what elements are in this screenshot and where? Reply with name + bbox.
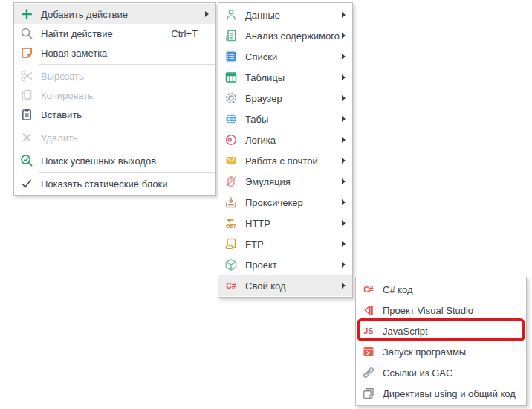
menu-item-content-analysis[interactable]: Анализ содержимого [218,25,352,46]
menu-item-label: Свой код [245,280,286,292]
menu-item-label: Браузер [245,93,282,104]
submenu-arrow-icon [205,11,209,17]
menu-item-proxychecker[interactable]: Проксичекер [218,192,352,213]
person-icon [224,8,239,22]
menu-item-custom-code[interactable]: C# Свой код [218,275,352,296]
menu-item-show-static-blocks[interactable]: Показать статические блоки [14,174,215,193]
note-icon [19,46,34,59]
menu-item-label: Проксичекер [245,197,303,208]
menu-item-http[interactable]: GET HTTP [218,213,352,234]
menu-item-mail[interactable]: Работа с почтой [218,150,352,171]
menu-item-add-action[interactable]: Добавить действие [14,4,215,24]
menu-item-label: Новая заметка [41,48,107,59]
submenu-arrow-icon [342,116,346,122]
list-icon [224,50,239,63]
paste-icon [19,108,34,121]
menu-item-using-directives[interactable]: Директивы using и общий код [356,383,526,404]
menu-item-label: Вставить [41,109,82,120]
menu-item-label: Найти действие [41,28,113,39]
menu-item-new-note[interactable]: Новая заметка [14,43,215,62]
menu-item-label: FTP [245,239,264,250]
menu-item-label: Данные [245,10,280,21]
menu-item-label: Запуск программы [383,347,466,358]
svg-text:C#: C# [363,285,374,294]
submenu-arrow-icon [342,74,346,80]
submenu-arrow-icon [342,178,346,184]
csharp-icon: C# [224,279,239,292]
submenu-arrow-icon [342,12,346,18]
menu-item-ftp[interactable]: FTP [218,234,352,254]
menu-item-csharp-code[interactable]: C# C# код [356,279,526,300]
menu-item-label: Анализ содержимого [245,30,340,42]
scissors-icon [19,69,34,83]
submenu-arrow-icon [342,220,346,226]
menu-item-label: JavaScript [383,326,428,337]
menu-item-tables[interactable]: Таблицы [218,67,352,88]
submenu-arrow-icon [342,33,346,39]
menu-item-label: Работа с почтой [245,155,318,167]
menu-item-label: Логика [245,135,276,146]
menu-item-label: Таблицы [245,72,285,83]
menu-item-delete[interactable]: Удалить [14,128,215,147]
svg-text:C#: C# [226,281,236,290]
menu-item-label: Проект Visual Studio [383,305,473,316]
menu-item-find-action[interactable]: Найти действие Ctrl+T [14,24,215,43]
link-icon [361,366,376,379]
logic-icon [224,133,239,146]
menu-item-run-program[interactable]: Запуск программы [356,341,526,362]
submenu-arrow-icon [342,54,346,59]
cube-icon [224,258,239,271]
checkmark-icon [19,177,34,190]
svg-text:JS: JS [364,326,374,335]
menu-separator [39,126,215,126]
menu-item-project[interactable]: Проект [218,254,352,275]
menu-item-emulation[interactable]: Эмуляция [218,171,352,192]
gear-icon [224,91,239,105]
content-analysis-icon [224,29,239,42]
menu-item-label: Проект [245,260,277,271]
menu-item-label: Удалить [41,132,78,144]
plus-icon [19,7,34,21]
svg-text:GET: GET [226,223,237,228]
search-success-icon [19,154,34,167]
proxychecker-icon [224,196,239,209]
submenu-arrow-icon [342,283,346,289]
menu-item-gac-references[interactable]: Ссылки из GAC [356,362,526,383]
menu-separator [39,149,215,149]
run-program-icon [361,345,376,358]
menu-separator [39,64,215,65]
menu-item-label: Поиск успешных выходов [41,155,156,167]
http-get-icon: GET [224,216,239,230]
js-icon: JS [361,324,376,338]
add-action-submenu: Данные Анализ содержимого Списки Таблицы… [218,2,353,298]
globe-icon [224,112,239,126]
table-icon [224,71,239,84]
menu-item-browser[interactable]: Браузер [218,88,352,109]
menu-item-cut[interactable]: Вырезать [14,66,215,86]
visual-studio-icon [361,303,376,317]
copy-icon [19,88,34,102]
context-menu: Добавить действие Найти действие Ctrl+T … [13,2,216,196]
submenu-arrow-icon [342,158,346,164]
submenu-arrow-icon [342,199,346,205]
menu-item-tabs[interactable]: Табы [218,109,352,129]
menu-item-label: Вырезать [41,71,84,82]
menu-item-copy[interactable]: Копировать [14,86,215,105]
submenu-arrow-icon [342,137,346,143]
menu-item-data[interactable]: Данные [218,4,352,25]
menu-item-label: Табы [245,114,268,125]
menu-item-label: HTTP [245,218,270,229]
menu-item-label: Списки [245,51,277,62]
ftp-icon [224,237,239,251]
menu-item-paste[interactable]: Вставить [14,105,215,124]
menu-item-label: Добавить действие [41,9,128,20]
menu-item-label: Директивы using и общий код [383,388,516,399]
menu-item-label: Ссылки из GAC [383,367,452,379]
delete-icon [19,131,34,144]
menu-item-javascript[interactable]: JS JavaScript [356,321,526,341]
menu-item-visual-studio-project[interactable]: Проект Visual Studio [356,300,526,321]
menu-item-lists[interactable]: Списки [218,46,352,67]
menu-item-search-success-exits[interactable]: Поиск успешных выходов [14,151,215,170]
search-icon [19,27,34,40]
menu-item-logic[interactable]: Логика [218,129,352,150]
